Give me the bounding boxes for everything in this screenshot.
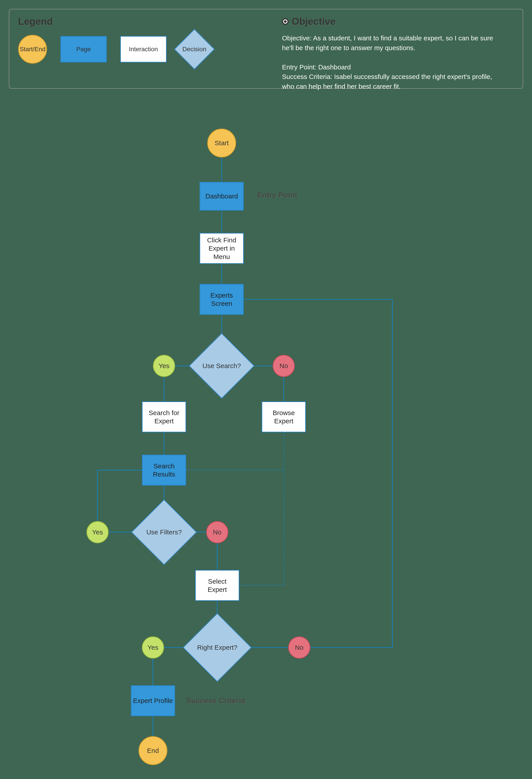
objective-title: Objective xyxy=(282,16,514,27)
node-end: End xyxy=(139,736,168,765)
flowchart-canvas: Start Dashboard Entry Point Click Find E… xyxy=(0,100,532,778)
legend-interaction: Interaction xyxy=(120,36,167,63)
node-right-expert-label: Right Expert? xyxy=(197,643,238,652)
objective-line1: Objective: As a student, I want to find … xyxy=(282,33,514,43)
node-right-expert-decision: Right Expert? xyxy=(183,613,252,682)
node-select-expert: Select Expert xyxy=(195,570,240,601)
node-browse-expert: Browse Expert xyxy=(262,401,306,432)
node-dashboard: Dashboard xyxy=(200,182,244,211)
legend-title: Legend xyxy=(18,16,273,27)
objective-panel: Objective Objective: As a student, I wan… xyxy=(273,16,514,81)
node-use-filters-label: Use Filters? xyxy=(146,528,182,536)
legend-start-end: Start/End xyxy=(18,35,47,64)
node-use-filters-no: No xyxy=(206,521,228,543)
annot-success-criteria: Success Criteria xyxy=(186,696,245,705)
legend-decision-label: Decision xyxy=(183,46,206,53)
node-expert-profile: Expert Profile xyxy=(131,685,175,716)
node-use-filters-yes: Yes xyxy=(86,521,109,543)
objective-line2: he'll be the right one to answer my ques… xyxy=(282,43,514,53)
legend-left: Legend Start/End Page Interaction Decisi… xyxy=(18,16,273,81)
node-right-expert-no: No xyxy=(288,637,310,659)
legend-page: Page xyxy=(60,36,107,63)
objective-title-text: Objective xyxy=(292,16,336,27)
objective-text: Objective: As a student, I want to find … xyxy=(282,33,514,91)
node-experts-screen: Experts Screen xyxy=(200,284,244,315)
node-search-results: Search Results xyxy=(142,455,186,486)
node-right-expert-yes: Yes xyxy=(142,637,164,659)
legend-items-row: Start/End Page Interaction Decision xyxy=(18,35,273,64)
node-use-filters-decision: Use Filters? xyxy=(131,499,197,565)
node-start: Start xyxy=(207,129,236,158)
node-click-find-expert: Click Find Expert in Menu xyxy=(200,233,244,264)
target-icon xyxy=(282,18,288,25)
objective-entry: Entry Point: Dashboard xyxy=(282,62,514,72)
node-use-search-yes: Yes xyxy=(153,355,175,377)
legend-decision: Decision xyxy=(174,29,215,70)
connectors xyxy=(0,100,532,778)
node-use-search-no: No xyxy=(273,355,295,377)
legend-panel: Legend Start/End Page Interaction Decisi… xyxy=(9,9,523,89)
node-use-search-label: Use Search? xyxy=(202,362,241,370)
node-use-search-decision: Use Search? xyxy=(189,333,255,399)
annot-entry-point: Entry Point xyxy=(257,191,297,199)
node-search-for-expert: Search for Expert xyxy=(142,401,186,432)
objective-success1: Success Criteria: Isabel successfully ac… xyxy=(282,72,514,81)
objective-success2: who can help her find her best career fi… xyxy=(282,81,514,92)
